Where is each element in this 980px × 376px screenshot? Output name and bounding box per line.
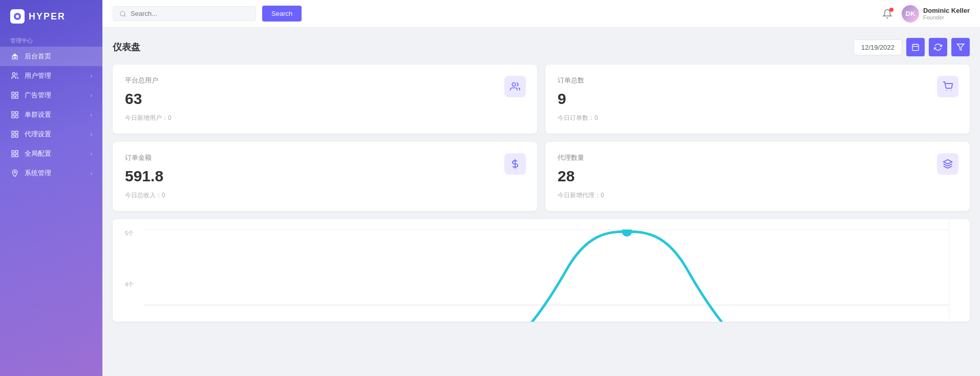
stat-value-agent: 28	[558, 168, 957, 185]
svg-rect-12	[15, 131, 18, 134]
stat-label-amount: 订单金额	[125, 153, 525, 162]
sidebar-item-cluster-label: 单群设置	[25, 110, 51, 119]
calendar-button[interactable]	[906, 38, 925, 56]
sidebar-item-system-manage[interactable]: 系统管理 ›	[0, 163, 102, 183]
sidebar-section-label: 管理中心	[0, 33, 102, 47]
date-value: 12/19/2022	[861, 44, 894, 51]
chevron-icon-global: ›	[91, 151, 92, 157]
search-icon	[119, 10, 126, 17]
chevron-icon-cluster: ›	[91, 112, 92, 118]
svg-point-2	[12, 73, 15, 75]
cart-stat-icon	[943, 81, 953, 92]
sidebar-item-home[interactable]: 后台首页	[0, 47, 102, 66]
svg-marker-22	[957, 44, 964, 50]
sidebar-item-agent-settings[interactable]: 代理设置 ›	[0, 124, 102, 144]
page-header: 仪表盘 12/19/2022	[113, 38, 970, 56]
svg-rect-16	[15, 151, 18, 153]
sidebar-item-global-label: 全局配置	[25, 149, 51, 158]
grid-icon-global	[10, 149, 19, 158]
sidebar-item-user-manage[interactable]: 用户管理 ›	[0, 66, 102, 86]
sidebar: HYPER 管理中心 后台首页 用户管理 › 广告管理 › 单群设置 › 代理设…	[0, 0, 102, 376]
svg-rect-15	[12, 151, 14, 153]
stat-icon-agent	[937, 153, 958, 175]
refresh-icon	[934, 43, 942, 51]
grid-icon-agent	[10, 130, 19, 139]
chart-card: 5个 4个	[113, 219, 970, 322]
svg-rect-10	[15, 115, 18, 118]
logo: HYPER	[0, 0, 102, 33]
users-stat-icon	[510, 81, 520, 92]
user-profile[interactable]: DK Dominic Keller Founder	[902, 5, 970, 23]
svg-point-1	[16, 15, 19, 18]
agent-stat-icon	[943, 159, 953, 169]
search-wrapper	[113, 6, 256, 21]
svg-rect-5	[12, 96, 14, 98]
svg-rect-11	[12, 131, 14, 134]
stat-label-users: 平台总用户	[125, 76, 525, 85]
date-picker[interactable]: 12/19/2022	[854, 39, 902, 55]
notification-bell[interactable]	[879, 6, 896, 22]
calendar-icon	[911, 43, 920, 51]
page-header-actions: 12/19/2022	[854, 38, 970, 56]
chart-divider	[949, 219, 949, 322]
chevron-icon-agent: ›	[91, 132, 92, 137]
sidebar-item-agent-label: 代理设置	[25, 130, 51, 139]
svg-rect-4	[15, 92, 18, 95]
main-content: Search DK Dominic Keller Founder 仪表盘 12/…	[102, 0, 980, 376]
svg-rect-6	[15, 96, 18, 98]
svg-rect-3	[12, 92, 14, 95]
user-info: Dominic Keller Founder	[923, 7, 970, 20]
stat-card-total-users: 平台总用户 63 今日新增用户：0	[113, 65, 537, 134]
stat-icon-orders	[937, 76, 958, 97]
sidebar-item-global-config[interactable]: 全局配置 ›	[0, 144, 102, 163]
svg-rect-13	[12, 135, 14, 137]
svg-rect-8	[15, 112, 18, 114]
notification-badge	[889, 8, 893, 12]
stat-icon-users	[504, 76, 526, 97]
header: Search DK Dominic Keller Founder	[102, 0, 980, 28]
svg-point-30	[622, 229, 632, 237]
home-icon	[10, 52, 19, 61]
svg-point-23	[512, 83, 516, 87]
stat-sub-orders: 今日订单数：0	[558, 114, 957, 122]
grid-icon-ad	[10, 91, 19, 100]
svg-point-25	[951, 90, 952, 91]
filter-button[interactable]	[951, 38, 970, 56]
stat-card-order-amount: 订单金额 591.8 今日总收入：0	[113, 142, 537, 211]
search-button[interactable]: Search	[262, 6, 302, 22]
chevron-icon-ad: ›	[91, 93, 92, 98]
sidebar-item-system-label: 系统管理	[25, 169, 51, 178]
chart-y-label-4: 4个	[125, 281, 134, 288]
stat-sub-amount: 今日总收入：0	[125, 191, 525, 200]
stat-sub-users: 今日新增用户：0	[125, 114, 525, 122]
svg-rect-14	[15, 135, 18, 137]
stat-label-agent: 代理数量	[558, 153, 957, 162]
svg-rect-17	[12, 154, 14, 157]
avatar: DK	[902, 5, 919, 23]
sidebar-item-user-manage-label: 用户管理	[25, 71, 51, 80]
stats-grid: 平台总用户 63 今日新增用户：0 订单总数 9 今日订单数：0 订单金额 59…	[113, 65, 970, 211]
sidebar-item-home-label: 后台首页	[25, 52, 51, 61]
dollar-stat-icon	[510, 159, 520, 169]
svg-point-19	[14, 171, 15, 173]
stat-value-orders: 9	[558, 90, 957, 108]
logo-icon	[10, 9, 25, 24]
sidebar-item-ad-manage[interactable]: 广告管理 ›	[0, 86, 102, 105]
sidebar-item-cluster-settings[interactable]: 单群设置 ›	[0, 105, 102, 124]
svg-rect-21	[912, 45, 919, 51]
stat-value-users: 63	[125, 90, 525, 108]
users-icon	[10, 71, 19, 80]
sidebar-item-ad-manage-label: 广告管理	[25, 91, 51, 100]
user-role: Founder	[923, 14, 970, 20]
avatar-initials: DK	[906, 10, 915, 17]
svg-rect-7	[12, 112, 14, 114]
chart-svg	[143, 229, 949, 322]
refresh-button[interactable]	[929, 38, 947, 56]
location-icon	[10, 169, 19, 178]
chart-y-label-5: 5个	[125, 229, 134, 237]
page-title: 仪表盘	[113, 41, 854, 53]
search-input[interactable]	[131, 10, 233, 17]
svg-point-24	[946, 90, 947, 91]
stat-sub-agent: 今日新增代理：0	[558, 191, 957, 200]
grid-icon-cluster	[10, 110, 19, 119]
